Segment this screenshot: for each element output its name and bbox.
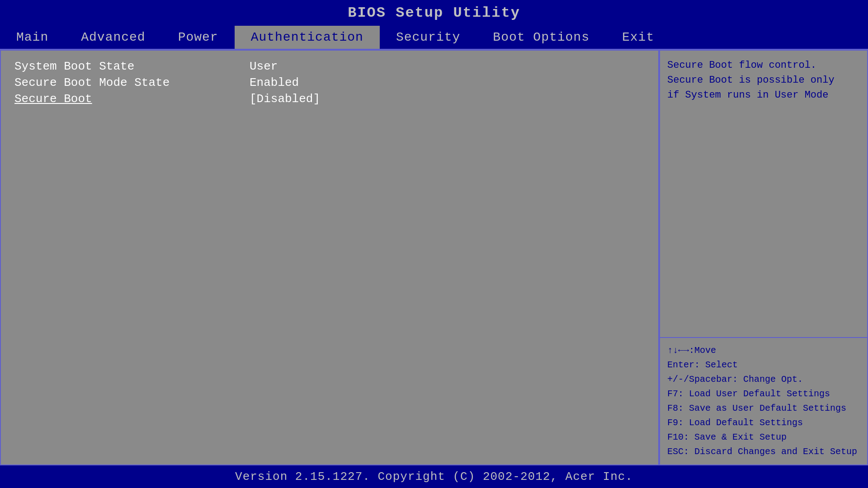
key-f8: F8: Save as User Default Settings [667, 401, 860, 416]
key-f9: F9: Load Default Settings [667, 416, 860, 430]
help-text-area: Secure Boot flow control. Secure Boot is… [660, 51, 867, 338]
secure-boot-label: Secure Boot [14, 92, 250, 106]
nav-authentication[interactable]: Authentication [235, 26, 380, 49]
help-line-3: if System runs in User Mode [667, 88, 860, 103]
key-f10: F10: Save & Exit Setup [667, 430, 860, 445]
help-line-2: Secure Boot is possible only [667, 73, 860, 88]
key-change: +/-/Spacebar: Change Opt. [667, 372, 860, 387]
nav-main[interactable]: Main [0, 26, 65, 49]
footer-text: Version 2.15.1227. Copyright (C) 2002-20… [235, 470, 633, 483]
setting-secure-boot-mode[interactable]: Secure Boot Mode State Enabled [14, 76, 645, 89]
system-boot-state-value: User [250, 60, 278, 73]
nav-advanced[interactable]: Advanced [65, 26, 161, 49]
nav-security[interactable]: Security [380, 26, 476, 49]
left-panel: System Boot State User Secure Boot Mode … [1, 51, 659, 465]
bios-title: BIOS Setup Utility [0, 0, 868, 26]
title-text: BIOS Setup Utility [348, 5, 520, 21]
footer: Version 2.15.1227. Copyright (C) 2002-20… [0, 465, 868, 488]
key-f7: F7: Load User Default Settings [667, 387, 860, 401]
help-line-1: Secure Boot flow control. [667, 58, 860, 73]
secure-boot-mode-label: Secure Boot Mode State [14, 76, 250, 89]
secure-boot-value: [Disabled] [250, 92, 320, 106]
key-move: ↑↓←→:Move [667, 343, 860, 358]
secure-boot-mode-value: Enabled [250, 76, 299, 89]
setting-secure-boot[interactable]: Secure Boot [Disabled] [14, 92, 645, 106]
setting-system-boot-state[interactable]: System Boot State User [14, 60, 645, 73]
system-boot-state-label: System Boot State [14, 60, 250, 73]
nav-power[interactable]: Power [162, 26, 235, 49]
right-panel: Secure Boot flow control. Secure Boot is… [659, 51, 867, 465]
key-enter: Enter: Select [667, 358, 860, 372]
nav-menu: Main Advanced Power Authentication Secur… [0, 26, 868, 50]
main-content: System Boot State User Secure Boot Mode … [0, 50, 868, 465]
nav-boot-options[interactable]: Boot Options [476, 26, 606, 49]
nav-exit[interactable]: Exit [606, 26, 670, 49]
key-hints-area: ↑↓←→:Move Enter: Select +/-/Spacebar: Ch… [660, 338, 867, 465]
key-esc: ESC: Discard Changes and Exit Setup [667, 445, 860, 459]
